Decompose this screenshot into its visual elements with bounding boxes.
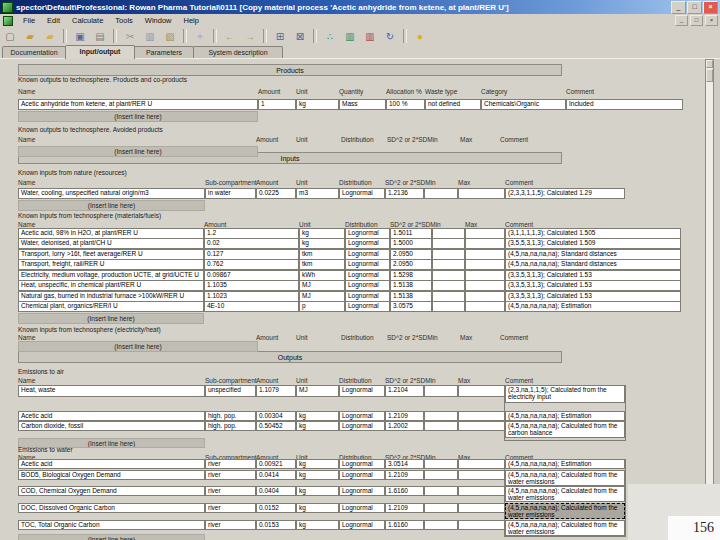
new-icon[interactable]: ▢ [1,28,19,45]
table-cell-dist[interactable]: Lognormal [339,411,385,421]
table-cell-sub[interactable]: river [205,486,256,496]
table-cell-name[interactable]: BOD5, Biological Oxygen Demand [18,470,205,480]
table-cell-name[interactable]: DOC, Dissolved Organic Carbon [18,503,205,513]
table-cell-comment[interactable]: (4,5,na,na,na,na); Estimation [505,301,681,312]
table-cell-comment[interactable]: Included [566,99,683,110]
table-cell-unit[interactable]: kg [296,486,339,496]
close-button[interactable]: × [703,1,718,14]
table-cell-amount[interactable]: 0.00921 [256,459,296,469]
tab-documentation[interactable]: Documentation [2,46,66,58]
table-cell-max[interactable] [458,411,505,421]
vertical-scrollbar[interactable] [705,59,714,540]
table-cell-sd[interactable]: 1.2109 [385,503,424,513]
mdi-close-button[interactable]: × [705,15,718,26]
table-cell-dist[interactable]: Lognormal [339,470,385,480]
table-cell-dist[interactable]: Lognormal [339,188,385,199]
table-cell-name[interactable]: Water, cooling, unspecified natural orig… [18,188,205,199]
paste-icon[interactable]: ▧ [161,28,179,45]
open-icon[interactable]: ▰ [21,28,39,45]
table-cell-amount[interactable]: 0.50452 [256,421,296,431]
insert-line[interactable]: (Insert line here) [18,200,205,211]
table-cell-amount[interactable]: 0.0414 [256,470,296,480]
table-cell-dist[interactable]: Lognormal [345,259,390,270]
table-cell-unit[interactable]: kg [296,503,339,513]
table-cell-name[interactable]: Chemical plant, organics/RER/I U [18,301,204,312]
table-cell-max[interactable] [465,238,505,249]
table-cell-name[interactable]: Acetic acid [18,411,205,421]
network-view-icon[interactable]: ⊠ [291,28,309,45]
insert-line[interactable]: (Insert line here) [18,534,205,540]
table-cell-max[interactable] [458,421,505,431]
table-cell-sd[interactable]: 1.2109 [385,470,424,480]
table-cell-amount[interactable]: 1.1079 [256,385,296,397]
compare-chart-icon[interactable]: ▥ [361,28,379,45]
table-cell-max[interactable] [458,470,505,480]
save-icon[interactable]: ▣ [71,28,89,45]
table-cell-quantity[interactable]: Mass [339,99,386,110]
table-cell-sd[interactable]: 1.2104 [385,385,424,397]
table-cell-sub[interactable]: river [205,459,256,469]
table-cell-sd[interactable]: 3.0575 [390,301,432,312]
table-cell-dist[interactable]: Lognormal [339,503,385,513]
copy-icon[interactable]: ▥ [141,28,159,45]
table-cell-min[interactable] [424,411,458,421]
table-cell-name[interactable]: TOC, Total Organic Carbon [18,520,205,530]
table-cell-amount[interactable]: 0.0153 [256,520,296,530]
table-cell-max[interactable] [458,385,505,397]
table-cell-name[interactable]: Transport, freight, rail/RER U [18,259,204,270]
table-cell-sd[interactable]: 2.0950 [390,259,432,270]
table-cell-max[interactable] [465,259,505,270]
table-cell-max[interactable] [458,459,505,469]
table-cell-min[interactable] [424,385,458,397]
wizard-wand-icon[interactable]: ✦ [191,28,209,45]
table-cell-unit[interactable]: kg [299,238,345,249]
menu-file[interactable]: File [17,16,41,25]
tab-system-description[interactable]: System description [193,46,283,58]
table-cell-min[interactable] [424,188,458,199]
table-cell-name[interactable]: Water, deionised, at plant/CH U [18,238,204,249]
print-icon[interactable]: ▤ [91,28,109,45]
restore-button[interactable]: □ [687,1,702,14]
table-cell-max[interactable] [458,520,505,530]
menu-tools[interactable]: Tools [109,16,139,25]
used-by-icon[interactable]: ∴ [321,28,339,45]
table-cell-sd[interactable]: 3.0514 [385,459,424,469]
title-bar[interactable]: spector\Default\Professional: Rowan Phar… [0,0,720,14]
table-cell-amount[interactable]: 0.0152 [256,503,296,513]
table-cell-sub[interactable]: in water [205,188,256,199]
table-cell-max[interactable] [458,503,505,513]
table-cell-dist[interactable]: Lognormal [345,301,390,312]
table-cell-amount[interactable]: 0.00304 [256,411,296,421]
recalculate-icon[interactable]: ↻ [381,28,399,45]
table-cell-unit[interactable]: kg [296,459,339,469]
insert-line[interactable]: (Insert line here) [18,313,204,324]
back-arrow-icon[interactable]: ← [221,28,239,45]
table-cell-min[interactable] [424,486,458,496]
table-cell-sd[interactable]: 1.2136 [385,188,424,199]
table-cell-sd[interactable]: 1.2109 [385,411,424,421]
table-cell-unit[interactable]: tkm [299,259,345,270]
table-cell-comment[interactable]: (2,3,3,1,1,5); Calculated 1.29 [505,188,625,199]
insert-line[interactable]: (Insert line here) [18,146,258,157]
table-cell-sub[interactable]: unspecified [205,385,256,397]
table-cell-sd[interactable]: 1.5138 [390,280,432,291]
insert-line[interactable]: (Insert line here) [18,341,258,352]
table-cell-comment[interactable]: (3,5,5,3,1,3); Calculated 1.509 [505,238,681,249]
mdi-minimize-button[interactable]: _ [675,15,688,26]
table-cell-unit[interactable]: kg [296,99,339,110]
table-cell-unit[interactable]: MJ [296,385,339,397]
table-cell-min[interactable] [424,459,458,469]
table-cell-unit[interactable]: kg [296,520,339,530]
table-cell-min[interactable] [424,470,458,480]
table-cell-amount[interactable]: 1 [258,99,296,110]
table-cell-min[interactable] [424,421,458,431]
table-cell-name[interactable]: Carbon dioxide, fossil [18,421,205,431]
scroll-up-button[interactable] [706,60,713,68]
table-cell-name[interactable]: Acetic anhydride from ketene, at plant/R… [18,99,258,110]
minimize-button[interactable]: _ [671,1,686,14]
table-cell-min[interactable] [432,280,465,291]
table-cell-sd[interactable]: 1.2002 [385,421,424,431]
table-cell-min[interactable] [432,238,465,249]
table-cell-alloc[interactable]: 100 % [386,99,425,110]
table-cell-unit[interactable]: p [299,301,345,312]
